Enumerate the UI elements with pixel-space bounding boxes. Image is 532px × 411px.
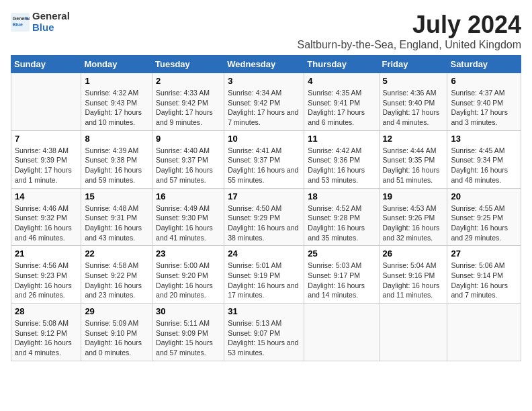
week-row-3: 14 Sunrise: 4:46 AMSunset: 9:32 PMDaylig… bbox=[11, 188, 521, 246]
day-number: 19 bbox=[383, 191, 444, 201]
calendar-cell: 27 Sunrise: 5:06 AMSunset: 9:14 PMDaylig… bbox=[447, 246, 521, 304]
day-number: 11 bbox=[308, 134, 375, 144]
day-number: 18 bbox=[308, 191, 375, 201]
weekday-header-row: SundayMondayTuesdayWednesdayThursdayFrid… bbox=[11, 56, 521, 73]
week-row-5: 28 Sunrise: 5:08 AMSunset: 9:12 PMDaylig… bbox=[11, 304, 521, 361]
logo: General Blue General Blue bbox=[11, 11, 70, 33]
calendar-cell: 28 Sunrise: 5:08 AMSunset: 9:12 PMDaylig… bbox=[11, 304, 81, 361]
day-number: 8 bbox=[85, 134, 148, 144]
day-detail: Sunrise: 5:00 AMSunset: 9:20 PMDaylight:… bbox=[156, 261, 220, 300]
day-detail: Sunrise: 4:56 AMSunset: 9:23 PMDaylight:… bbox=[15, 261, 77, 300]
day-number: 17 bbox=[228, 191, 300, 201]
week-row-2: 7 Sunrise: 4:38 AMSunset: 9:39 PMDayligh… bbox=[11, 130, 521, 188]
day-detail: Sunrise: 5:08 AMSunset: 9:12 PMDaylight:… bbox=[15, 318, 77, 358]
main-title: July 2024 bbox=[297, 11, 521, 39]
day-number: 9 bbox=[156, 134, 220, 144]
day-number: 23 bbox=[156, 248, 220, 259]
day-number: 30 bbox=[156, 306, 220, 316]
day-detail: Sunrise: 4:49 AMSunset: 9:30 PMDaylight:… bbox=[156, 203, 220, 243]
weekday-header-wednesday: Wednesday bbox=[224, 56, 304, 73]
day-number: 31 bbox=[228, 306, 300, 316]
day-number: 16 bbox=[156, 191, 220, 201]
day-detail: Sunrise: 5:13 AMSunset: 9:07 PMDaylight:… bbox=[228, 318, 300, 358]
calendar-cell: 20 Sunrise: 4:55 AMSunset: 9:25 PMDaylig… bbox=[447, 188, 521, 246]
calendar-cell: 21 Sunrise: 4:56 AMSunset: 9:23 PMDaylig… bbox=[11, 246, 81, 304]
calendar-cell: 18 Sunrise: 4:52 AMSunset: 9:28 PMDaylig… bbox=[304, 188, 379, 246]
weekday-header-saturday: Saturday bbox=[447, 56, 521, 73]
day-number: 24 bbox=[228, 248, 300, 259]
day-number: 13 bbox=[451, 134, 517, 144]
day-number: 27 bbox=[451, 248, 517, 259]
week-row-1: 1 Sunrise: 4:32 AMSunset: 9:43 PMDayligh… bbox=[11, 73, 521, 131]
logo-general: General bbox=[32, 11, 70, 22]
day-number: 4 bbox=[308, 76, 375, 86]
calendar-cell: 8 Sunrise: 4:39 AMSunset: 9:38 PMDayligh… bbox=[81, 130, 152, 188]
calendar-cell: 14 Sunrise: 4:46 AMSunset: 9:32 PMDaylig… bbox=[11, 188, 81, 246]
weekday-header-thursday: Thursday bbox=[304, 56, 379, 73]
weekday-header-sunday: Sunday bbox=[11, 56, 81, 73]
weekday-header-friday: Friday bbox=[379, 56, 447, 73]
calendar-cell: 24 Sunrise: 5:01 AMSunset: 9:19 PMDaylig… bbox=[224, 246, 304, 304]
calendar-cell: 10 Sunrise: 4:41 AMSunset: 9:37 PMDaylig… bbox=[224, 130, 304, 188]
calendar-cell: 12 Sunrise: 4:44 AMSunset: 9:35 PMDaylig… bbox=[379, 130, 447, 188]
day-detail: Sunrise: 4:53 AMSunset: 9:26 PMDaylight:… bbox=[383, 203, 444, 243]
calendar-cell bbox=[11, 73, 81, 131]
logo-blue: Blue bbox=[32, 22, 70, 34]
day-number: 28 bbox=[15, 306, 77, 316]
calendar-cell: 9 Sunrise: 4:40 AMSunset: 9:37 PMDayligh… bbox=[152, 130, 224, 188]
day-detail: Sunrise: 4:55 AMSunset: 9:25 PMDaylight:… bbox=[451, 203, 517, 243]
day-detail: Sunrise: 4:52 AMSunset: 9:28 PMDaylight:… bbox=[308, 203, 375, 243]
day-detail: Sunrise: 5:04 AMSunset: 9:16 PMDaylight:… bbox=[383, 261, 444, 300]
calendar-table: SundayMondayTuesdayWednesdayThursdayFrid… bbox=[11, 55, 521, 361]
calendar-cell: 31 Sunrise: 5:13 AMSunset: 9:07 PMDaylig… bbox=[224, 304, 304, 361]
day-number: 29 bbox=[85, 306, 148, 316]
day-detail: Sunrise: 4:38 AMSunset: 9:39 PMDaylight:… bbox=[15, 146, 77, 185]
calendar-cell: 22 Sunrise: 4:58 AMSunset: 9:22 PMDaylig… bbox=[81, 246, 152, 304]
day-detail: Sunrise: 4:44 AMSunset: 9:35 PMDaylight:… bbox=[383, 146, 444, 185]
day-detail: Sunrise: 4:37 AMSunset: 9:40 PMDaylight:… bbox=[451, 88, 517, 128]
page-header: General Blue General Blue July 2024 Salt… bbox=[11, 11, 521, 51]
day-number: 22 bbox=[85, 248, 148, 259]
weekday-header-tuesday: Tuesday bbox=[152, 56, 224, 73]
svg-text:Blue: Blue bbox=[13, 21, 23, 26]
day-detail: Sunrise: 5:09 AMSunset: 9:10 PMDaylight:… bbox=[85, 318, 148, 358]
day-detail: Sunrise: 5:03 AMSunset: 9:17 PMDaylight:… bbox=[308, 261, 375, 300]
day-number: 20 bbox=[451, 191, 517, 201]
day-detail: Sunrise: 4:36 AMSunset: 9:40 PMDaylight:… bbox=[383, 88, 444, 128]
day-number: 26 bbox=[383, 248, 444, 259]
calendar-cell bbox=[304, 304, 379, 361]
calendar-cell: 29 Sunrise: 5:09 AMSunset: 9:10 PMDaylig… bbox=[81, 304, 152, 361]
day-number: 25 bbox=[308, 248, 375, 259]
calendar-cell: 15 Sunrise: 4:48 AMSunset: 9:31 PMDaylig… bbox=[81, 188, 152, 246]
day-number: 12 bbox=[383, 134, 444, 144]
calendar-cell: 25 Sunrise: 5:03 AMSunset: 9:17 PMDaylig… bbox=[304, 246, 379, 304]
day-number: 6 bbox=[451, 76, 517, 86]
day-detail: Sunrise: 5:06 AMSunset: 9:14 PMDaylight:… bbox=[451, 261, 517, 300]
calendar-cell: 2 Sunrise: 4:33 AMSunset: 9:42 PMDayligh… bbox=[152, 73, 224, 131]
day-detail: Sunrise: 4:33 AMSunset: 9:42 PMDaylight:… bbox=[156, 88, 220, 128]
day-detail: Sunrise: 4:34 AMSunset: 9:42 PMDaylight:… bbox=[228, 88, 300, 128]
day-detail: Sunrise: 4:46 AMSunset: 9:32 PMDaylight:… bbox=[15, 203, 77, 243]
calendar-cell: 16 Sunrise: 4:49 AMSunset: 9:30 PMDaylig… bbox=[152, 188, 224, 246]
subtitle: Saltburn-by-the-Sea, England, United Kin… bbox=[297, 39, 521, 51]
day-number: 14 bbox=[15, 191, 77, 201]
title-block: July 2024 Saltburn-by-the-Sea, England, … bbox=[297, 11, 521, 51]
day-detail: Sunrise: 4:32 AMSunset: 9:43 PMDaylight:… bbox=[85, 88, 148, 128]
weekday-header-monday: Monday bbox=[81, 56, 152, 73]
week-row-4: 21 Sunrise: 4:56 AMSunset: 9:23 PMDaylig… bbox=[11, 246, 521, 304]
day-number: 5 bbox=[383, 76, 444, 86]
day-number: 2 bbox=[156, 76, 220, 86]
day-detail: Sunrise: 4:50 AMSunset: 9:29 PMDaylight:… bbox=[228, 203, 300, 243]
calendar-cell: 4 Sunrise: 4:35 AMSunset: 9:41 PMDayligh… bbox=[304, 73, 379, 131]
day-number: 7 bbox=[15, 134, 77, 144]
calendar-cell: 26 Sunrise: 5:04 AMSunset: 9:16 PMDaylig… bbox=[379, 246, 447, 304]
day-detail: Sunrise: 4:35 AMSunset: 9:41 PMDaylight:… bbox=[308, 88, 375, 128]
calendar-cell: 30 Sunrise: 5:11 AMSunset: 9:09 PMDaylig… bbox=[152, 304, 224, 361]
day-detail: Sunrise: 5:11 AMSunset: 9:09 PMDaylight:… bbox=[156, 318, 220, 358]
day-detail: Sunrise: 4:42 AMSunset: 9:36 PMDaylight:… bbox=[308, 146, 375, 185]
day-number: 15 bbox=[85, 191, 148, 201]
day-number: 10 bbox=[228, 134, 300, 144]
logo-icon: General Blue bbox=[11, 13, 30, 32]
day-detail: Sunrise: 4:58 AMSunset: 9:22 PMDaylight:… bbox=[85, 261, 148, 300]
calendar-cell: 11 Sunrise: 4:42 AMSunset: 9:36 PMDaylig… bbox=[304, 130, 379, 188]
